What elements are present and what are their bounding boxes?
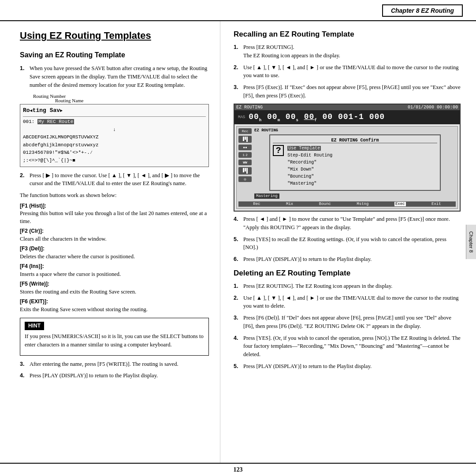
- screen-line-2: 001: My REC Route: [23, 118, 206, 126]
- del-step-4-text: Press [YES]. (Or, if you wish to cancel …: [243, 334, 461, 359]
- ez-inner-layout: Rec ●● 12: [238, 128, 456, 199]
- option-mixdown: "Mix Down": [287, 166, 332, 173]
- right-column: Recalling an EZ Routing Template 1. Pres…: [220, 21, 476, 463]
- saving-heading: Saving an EZ Routing Template: [20, 51, 209, 59]
- recall-step-num-4: 4.: [234, 215, 243, 232]
- recall-step-1-sub: The EZ Routing icon appears in the displ…: [243, 52, 340, 59]
- bottombar-bounc: Bounc: [319, 202, 331, 206]
- fkey-f4: [F4 (Ins)]: Inserts a space where the cu…: [20, 263, 209, 278]
- icon-12: 12: [238, 152, 252, 158]
- dialog-box: EZ ROUTING Confirm ? Use Template Step-E…: [269, 134, 440, 191]
- recall-step-1: 1. Press [EZ ROUTING]. The EZ Routing ic…: [234, 43, 461, 60]
- steps-3-4-list: 3. After entering the name, press [F5 (W…: [20, 360, 209, 380]
- screen-chars-upper: ABCDEFGHIJKLMNOPQRSTUVWXYZ: [23, 134, 206, 141]
- recall-step-num-2: 2.: [234, 63, 243, 80]
- mas-label: MAS: [238, 115, 245, 119]
- bottombar-exit: Exit: [431, 202, 441, 206]
- del-step-2-text: Use [ ▲ ], [ ▼ ], [ ◄ ], and [ ► ] or us…: [243, 294, 461, 311]
- f2-label: [F2 (Clr)]:: [20, 228, 44, 234]
- recall-step-4-text: Press [ ◄ ] and [ ► ] to move the cursor…: [243, 215, 461, 232]
- recall-step-num-1: 1.: [234, 43, 243, 60]
- recall-step-2-text: Use [ ▲ ], [ ▼ ], [ ◄ ], and [ ► ] or us…: [243, 63, 461, 80]
- step2-list: 2. Press [ ▶ ] to move the cursor. Use […: [20, 171, 209, 188]
- ez-top-right: 01/01/2000 00:00:00: [408, 105, 458, 110]
- del-step-2: 2. Use [ ▲ ], [ ▼ ], [ ◄ ], and [ ► ] or…: [234, 294, 461, 311]
- ez-routing-screen: EZ ROUTING 01/01/2000 00:00:00 MAS 00h 0…: [234, 104, 461, 212]
- f4-desc: Inserts a space where the cursor is posi…: [20, 271, 121, 277]
- mastering-bar: Mastering: [254, 193, 279, 199]
- ez-icons-col: Rec ●● 12: [238, 128, 252, 199]
- f6-desc: Exits the Routing Save screen without st…: [20, 306, 148, 312]
- del-step-1-text: Press [EZ ROUTING]. The EZ Routing icon …: [243, 282, 461, 290]
- fkey-f6: [F6 (EXIT)]: Exits the Routing Save scre…: [20, 298, 209, 313]
- left-column: Using EZ Routing Templates Saving an EZ …: [0, 21, 220, 463]
- left-step-1: 1. When you have pressed the SAVE button…: [20, 64, 209, 89]
- recall-steps-4-6: 4. Press [ ◄ ] and [ ► ] to move the cur…: [234, 215, 461, 264]
- icon-ww: WW: [238, 160, 252, 165]
- step-4-text: Press [PLAY (DISPLAY)] to return to the …: [30, 372, 209, 380]
- del-step-num-4: 4.: [234, 334, 243, 359]
- option-recording: "Recording": [287, 159, 332, 166]
- hint-header: HINT: [25, 322, 44, 330]
- icon-bars2: [238, 167, 252, 175]
- page-header: Chapter 8 EZ Routing: [0, 0, 476, 21]
- ez-dialog-area: EZ ROUTING EZ ROUTING Confirm ? Use Temp…: [254, 128, 456, 199]
- fkey-f1: [F1 (Hist)]: Pressing this button will t…: [20, 202, 209, 226]
- del-step-num-1: 1.: [234, 282, 243, 290]
- deleting-heading: Deleting an EZ Routing Template: [234, 269, 461, 278]
- del-step-3: 3. Press [F6 (Del)]. If "Del" does not a…: [234, 314, 461, 331]
- question-icon: ?: [273, 145, 284, 156]
- hint-box: HINT If you press [NUMERICS/ASCII] so it…: [20, 318, 209, 355]
- screen-arrow: ↓: [23, 126, 206, 134]
- recall-step-6-text: Press [PLAY (DISPLAY)] to return to the …: [243, 255, 461, 264]
- del-step-num-5: 5.: [234, 362, 243, 371]
- main-title: Using EZ Routing Templates: [20, 30, 209, 41]
- label-routing-name: Routing Name: [55, 98, 83, 103]
- screen-line-1: Ro◄ting Sav►: [23, 106, 206, 117]
- deleting-steps-list: 1. Press [EZ ROUTING]. The EZ Routing ic…: [234, 282, 461, 371]
- del-step-3-text: Press [F6 (Del)]. If "Del" does not appe…: [243, 314, 461, 331]
- option-step-edit: Step-Edit Routing: [287, 152, 332, 159]
- time-display: 00h 00m 00s 00f 00 001-1 000: [249, 112, 385, 123]
- ez-routing-sub-label: EZ ROUTING: [254, 128, 456, 133]
- f4-label: [F4 (Ins)]:: [20, 263, 44, 269]
- left-steps-list: 1. When you have pressed the SAVE button…: [20, 64, 209, 89]
- icon-bars: [238, 136, 252, 143]
- chapter-header: Chapter 8 EZ Routing: [382, 4, 463, 17]
- f5-label: [F5 (Write)]:: [20, 281, 49, 287]
- fkey-f5: [F5 (Write)]: Stores the routing and exi…: [20, 280, 209, 296]
- page-footer: 123: [0, 463, 476, 476]
- chapter-header-text: Chapter 8 EZ Routing: [391, 7, 454, 14]
- bottombar-exec: Exec: [394, 202, 406, 206]
- f1-label: [F1 (Hist)]:: [20, 203, 46, 209]
- bottombar-mix: Mix: [286, 202, 293, 206]
- screen-labels-2: Routing Name: [20, 98, 209, 103]
- recall-step-num-6: 6.: [234, 255, 243, 264]
- recall-step-5: 5. Press [YES] to recall the EZ Routing …: [234, 235, 461, 252]
- routing-screen-diagram: Routing Number Routing Name Ro◄ting Sav►…: [20, 93, 209, 167]
- step-1-text: When you have pressed the SAVE button af…: [30, 64, 209, 89]
- recall-step-5-text: Press [YES] to recall the EZ Routing set…: [243, 235, 461, 252]
- mastering-bar-area: Mastering: [254, 193, 456, 199]
- del-step-4: 4. Press [YES]. (Or, if you wish to canc…: [234, 334, 461, 359]
- dialog-content: ? Use Template Step-Edit Routing "Record…: [273, 145, 437, 187]
- screen-chars-lower: abcdefghijklmnopqrstuvwxyz: [23, 141, 206, 149]
- recall-step-4: 4. Press [ ◄ ] and [ ► ] to move the cur…: [234, 215, 461, 232]
- recall-step-num-5: 5.: [234, 235, 243, 252]
- icon-rec: Rec: [238, 128, 252, 134]
- f6-label: [F6 (EXIT)]:: [20, 298, 48, 305]
- recall-step-3-text: Press [F5 (Exec)]. If "Exec" does not ap…: [243, 83, 461, 100]
- step-num-1: 1.: [20, 64, 30, 89]
- del-step-1: 1. Press [EZ ROUTING]. The EZ Routing ic…: [234, 282, 461, 290]
- f3-label: [F3 (Del)]:: [20, 245, 45, 252]
- chapter-tab-text: Chapter 8: [469, 231, 474, 253]
- f5-desc: Stores the routing and exits the Routing…: [20, 289, 136, 295]
- option-bouncing: "Bouncing": [287, 173, 332, 180]
- hint-text: If you press [NUMERICS/ASCII] so it is l…: [25, 332, 204, 349]
- chapter-tab: Chapter 8: [466, 225, 476, 259]
- del-step-num-2: 2.: [234, 294, 243, 311]
- dialog-options: Use Template Step-Edit Routing "Recordin…: [287, 145, 332, 187]
- icon-oo: ●●: [238, 145, 252, 150]
- fkey-f2: [F2 (Clr)]: Clears all the characters in…: [20, 227, 209, 243]
- step-3-text: After entering the name, press [F5 (WRIT…: [30, 360, 209, 368]
